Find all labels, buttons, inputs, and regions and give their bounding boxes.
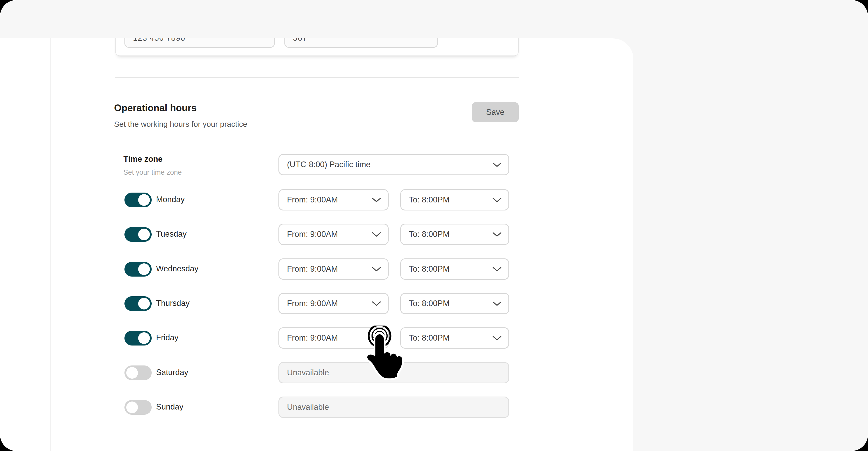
chevron-down-icon bbox=[492, 162, 502, 167]
from-value: From: 9:00AM bbox=[287, 299, 338, 308]
toggle-saturday[interactable] bbox=[124, 365, 152, 380]
unavailable-value: Unavailable bbox=[287, 402, 329, 412]
from-value: From: 9:00AM bbox=[287, 333, 338, 343]
to-value: To: 8:00PM bbox=[409, 333, 450, 343]
chevron-down-icon bbox=[372, 301, 381, 306]
unavailable-field-saturday: Unavailable bbox=[278, 362, 509, 383]
unavailable-field-sunday: Unavailable bbox=[278, 396, 509, 418]
toggle-tuesday[interactable] bbox=[124, 227, 152, 242]
toggle-thursday[interactable] bbox=[124, 296, 152, 311]
top-bar bbox=[0, 0, 868, 38]
timezone-select[interactable]: (UTC-8:00) Pacific time bbox=[278, 154, 509, 175]
from-select-tuesday[interactable]: From: 9:00AM bbox=[278, 224, 389, 245]
day-label-sunday: Sunday bbox=[156, 402, 183, 412]
toggle-knob bbox=[126, 401, 138, 413]
to-select-wednesday[interactable]: To: 8:00PM bbox=[400, 258, 509, 280]
from-value: From: 9:00AM bbox=[287, 195, 338, 204]
to-select-tuesday[interactable]: To: 8:00PM bbox=[400, 224, 509, 245]
to-select-monday[interactable]: To: 8:00PM bbox=[400, 189, 509, 211]
day-label-saturday: Saturday bbox=[156, 368, 188, 377]
day-label-wednesday: Wednesday bbox=[156, 264, 198, 273]
chevron-down-icon bbox=[492, 197, 502, 202]
to-select-friday[interactable]: To: 8:00PM bbox=[400, 327, 509, 349]
page-subtitle: Set the working hours for your practice bbox=[114, 120, 247, 129]
toggle-wednesday[interactable] bbox=[124, 262, 152, 277]
stage: 123 456 7890 567 Operational hours Set t… bbox=[0, 0, 868, 451]
toggle-knob bbox=[126, 367, 138, 379]
timezone-label: Time zone bbox=[123, 155, 162, 164]
from-value: From: 9:00AM bbox=[287, 264, 338, 274]
from-select-friday[interactable]: From: 9:00AM bbox=[278, 327, 389, 349]
from-value: From: 9:00AM bbox=[287, 230, 338, 239]
from-select-monday[interactable]: From: 9:00AM bbox=[278, 189, 389, 211]
chevron-down-icon bbox=[372, 232, 381, 237]
chevron-down-icon bbox=[492, 335, 502, 341]
day-label-tuesday: Tuesday bbox=[156, 229, 187, 239]
day-label-monday: Monday bbox=[156, 195, 185, 204]
day-label-friday: Friday bbox=[156, 333, 178, 343]
day-label-thursday: Thursday bbox=[156, 299, 189, 308]
timezone-value: (UTC-8:00) Pacific time bbox=[287, 160, 370, 169]
app-window: 123 456 7890 567 Operational hours Set t… bbox=[0, 0, 868, 451]
toggle-knob bbox=[138, 194, 150, 206]
chevron-down-icon bbox=[372, 266, 381, 271]
chevron-down-icon bbox=[492, 266, 502, 271]
to-value: To: 8:00PM bbox=[409, 195, 450, 204]
chevron-down-icon bbox=[372, 335, 381, 341]
chevron-down-icon bbox=[492, 301, 502, 306]
to-value: To: 8:00PM bbox=[409, 264, 450, 274]
toggle-sunday[interactable] bbox=[124, 400, 152, 415]
to-select-thursday[interactable]: To: 8:00PM bbox=[400, 293, 509, 314]
sidebar-divider bbox=[50, 38, 51, 451]
from-select-thursday[interactable]: From: 9:00AM bbox=[278, 293, 389, 314]
to-value: To: 8:00PM bbox=[409, 299, 450, 308]
save-button[interactable]: Save bbox=[472, 102, 519, 122]
from-select-wednesday[interactable]: From: 9:00AM bbox=[278, 258, 389, 280]
unavailable-value: Unavailable bbox=[287, 368, 329, 377]
chevron-down-icon bbox=[492, 232, 502, 237]
toggle-monday[interactable] bbox=[124, 193, 152, 207]
toggle-knob bbox=[138, 263, 150, 275]
chevron-down-icon bbox=[372, 197, 381, 202]
timezone-sublabel: Set your time zone bbox=[123, 168, 182, 176]
section-divider bbox=[115, 77, 519, 78]
toggle-knob bbox=[138, 332, 150, 344]
toggle-knob bbox=[138, 298, 150, 310]
to-value: To: 8:00PM bbox=[409, 230, 450, 239]
page-title: Operational hours bbox=[114, 103, 197, 114]
toggle-friday[interactable] bbox=[124, 331, 152, 346]
toggle-knob bbox=[138, 229, 150, 240]
